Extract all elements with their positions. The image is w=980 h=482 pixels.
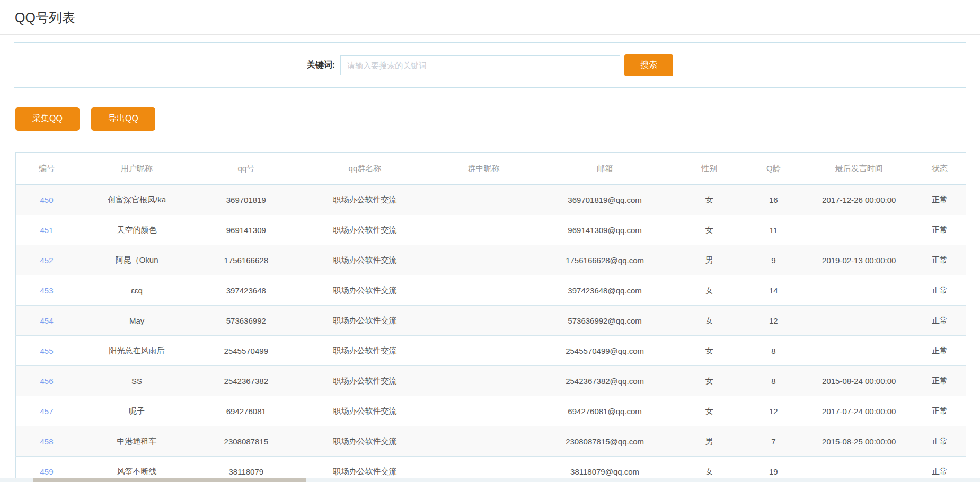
row-id-cell: 455	[16, 336, 78, 366]
table-cell	[805, 306, 914, 336]
table-cell: 女	[676, 336, 743, 366]
table-cell: 11	[743, 215, 805, 245]
table-cell	[805, 215, 914, 245]
row-id-cell: 451	[16, 215, 78, 245]
table-row: 457昵子694276081职场办公软件交流694276081@qq.com女1…	[16, 396, 966, 426]
table-cell: 16	[743, 185, 805, 215]
table-cell: 969141309	[196, 215, 296, 245]
table-cell	[434, 185, 533, 215]
row-id-cell: 456	[16, 366, 78, 396]
table-cell: 369701819@qq.com	[534, 185, 676, 215]
row-id-link[interactable]: 451	[40, 226, 54, 235]
row-id-link[interactable]: 453	[40, 286, 54, 295]
table-cell: SS	[77, 366, 196, 396]
table-cell: 12	[743, 396, 805, 426]
table-cell: 正常	[914, 306, 966, 336]
table-cell: May	[77, 306, 196, 336]
table-cell: 昵子	[77, 396, 196, 426]
table-row: 452阿昆（Okun1756166628职场办公软件交流1756166628@q…	[16, 245, 966, 275]
row-id-link[interactable]: 459	[40, 467, 54, 476]
row-id-link[interactable]: 457	[40, 407, 54, 416]
table-row: 455阳光总在风雨后2545570499职场办公软件交流2545570499@q…	[16, 336, 966, 366]
table-cell: 女	[676, 396, 743, 426]
table-cell: 阳光总在风雨后	[77, 336, 196, 366]
collect-qq-button[interactable]: 采集QQ	[15, 107, 80, 131]
page-header: QQ号列表	[0, 0, 980, 35]
table-cell: 573636992	[196, 306, 296, 336]
search-button[interactable]: 搜索	[624, 54, 673, 76]
table-cell: 女	[676, 275, 743, 306]
table-cell: 2015-08-24 00:00:00	[805, 366, 914, 396]
table-cell: 969141309@qq.com	[534, 215, 676, 245]
table-cell	[434, 336, 533, 366]
column-header: qq号	[196, 153, 296, 185]
row-id-cell: 450	[16, 185, 78, 215]
table-cell	[434, 275, 533, 306]
row-id-link[interactable]: 455	[40, 346, 54, 355]
table-cell: 2017-12-26 00:00:00	[805, 185, 914, 215]
table-cell	[434, 426, 533, 457]
table-cell: 正常	[914, 215, 966, 245]
table-cell: 2542367382@qq.com	[534, 366, 676, 396]
table-cell: 职场办公软件交流	[296, 396, 434, 426]
row-id-link[interactable]: 454	[40, 316, 54, 325]
qq-table: 编号用户昵称qq号qq群名称群中昵称邮箱性别Q龄最后发言时间状态 450创富深官…	[15, 152, 966, 482]
row-id-link[interactable]: 452	[40, 256, 54, 265]
table-row: 458中港通租车2308087815职场办公软件交流2308087815@qq.…	[16, 426, 966, 457]
table-row: 451天空的颜色969141309职场办公软件交流969141309@qq.co…	[16, 215, 966, 245]
table-cell: 正常	[914, 185, 966, 215]
table-cell: 2019-02-13 00:00:00	[805, 245, 914, 275]
table-cell	[434, 215, 533, 245]
column-header: 群中昵称	[434, 153, 533, 185]
table-cell: 女	[676, 366, 743, 396]
table-row: 454May573636992职场办公软件交流573636992@qq.com女…	[16, 306, 966, 336]
column-header: 性别	[676, 153, 743, 185]
table-cell: 女	[676, 306, 743, 336]
export-qq-button[interactable]: 导出QQ	[91, 107, 155, 131]
table-header: 编号用户昵称qq号qq群名称群中昵称邮箱性别Q龄最后发言时间状态	[16, 153, 966, 185]
column-header: qq群名称	[296, 153, 434, 185]
row-id-link[interactable]: 458	[40, 437, 54, 446]
table-cell: 职场办公软件交流	[296, 426, 434, 457]
table-cell: 694276081	[196, 396, 296, 426]
table-cell: 职场办公软件交流	[296, 336, 434, 366]
table-row: 453εεq397423648职场办公软件交流397423648@qq.com女…	[16, 275, 966, 306]
table-cell: 12	[743, 306, 805, 336]
column-header: 最后发言时间	[805, 153, 914, 185]
row-id-cell: 454	[16, 306, 78, 336]
table-cell: 369701819	[196, 185, 296, 215]
table-cell: 9	[743, 245, 805, 275]
row-id-cell: 452	[16, 245, 78, 275]
table-cell: 正常	[914, 396, 966, 426]
column-header: 邮箱	[534, 153, 676, 185]
page-title: QQ号列表	[15, 10, 75, 25]
table-cell	[434, 306, 533, 336]
table-cell: 男	[676, 245, 743, 275]
table-cell	[434, 396, 533, 426]
table-cell: 2308087815	[196, 426, 296, 457]
row-id-link[interactable]: 450	[40, 195, 54, 204]
table-cell	[805, 336, 914, 366]
table-row: 450创富深官根凤/ka369701819职场办公软件交流369701819@q…	[16, 185, 966, 215]
table-cell: 职场办公软件交流	[296, 245, 434, 275]
column-header: Q龄	[743, 153, 805, 185]
keyword-input[interactable]	[340, 55, 620, 75]
table-cell: 正常	[914, 366, 966, 396]
table-cell: 职场办公软件交流	[296, 366, 434, 396]
table-cell: 中港通租车	[77, 426, 196, 457]
table-cell: 职场办公软件交流	[296, 215, 434, 245]
table-cell	[434, 245, 533, 275]
table-cell: 正常	[914, 426, 966, 457]
table-cell: 573636992@qq.com	[534, 306, 676, 336]
column-header: 用户昵称	[77, 153, 196, 185]
table-cell: 职场办公软件交流	[296, 185, 434, 215]
row-id-link[interactable]: 456	[40, 377, 54, 386]
table-cell: 职场办公软件交流	[296, 275, 434, 306]
horizontal-scrollbar-thumb[interactable]	[33, 478, 306, 482]
table-cell: 1756166628	[196, 245, 296, 275]
table-cell	[805, 275, 914, 306]
keyword-label: 关键词:	[307, 60, 335, 71]
table-row: 456SS2542367382职场办公软件交流2542367382@qq.com…	[16, 366, 966, 396]
row-id-cell: 457	[16, 396, 78, 426]
horizontal-scrollbar[interactable]	[0, 478, 980, 482]
